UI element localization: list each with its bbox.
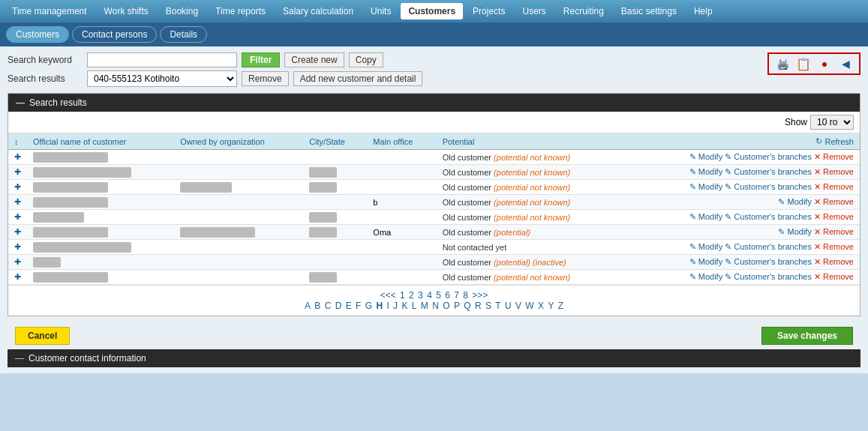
contact-collapse-icon[interactable]: —: [15, 353, 24, 364]
customers-branches-link[interactable]: ✎ Customer's branches: [725, 152, 812, 161]
letter-O[interactable]: O: [443, 301, 449, 311]
page-2[interactable]: 2: [409, 290, 414, 301]
customers-branches-link[interactable]: ✎ Customer's branches: [725, 212, 812, 221]
letter-N[interactable]: N: [432, 301, 439, 311]
remove-link[interactable]: ✕ Remove: [814, 197, 854, 206]
remove-link[interactable]: ✕ Remove: [814, 272, 854, 281]
letter-P[interactable]: P: [454, 301, 460, 311]
letter-H[interactable]: H: [376, 301, 383, 311]
col-refresh-header[interactable]: ↻ Refresh: [623, 133, 860, 150]
nav-item-customers[interactable]: Customers: [401, 3, 463, 19]
customers-branches-link[interactable]: ✎ Customer's branches: [725, 167, 812, 176]
letter-B[interactable]: B: [314, 301, 320, 311]
customers-branches-link[interactable]: ✎ Customer's branches: [725, 257, 812, 266]
nav-item-work-shifts[interactable]: Work shifts: [97, 3, 156, 19]
page-1[interactable]: 1: [400, 290, 405, 301]
save-changes-button[interactable]: Save changes: [761, 327, 853, 345]
letter-J[interactable]: J: [393, 301, 398, 311]
remove-link[interactable]: ✕ Remove: [814, 257, 854, 266]
letter-M[interactable]: M: [421, 301, 428, 311]
letter-L[interactable]: L: [412, 301, 417, 311]
row-expand-btn[interactable]: ✚: [14, 272, 21, 281]
create-new-button[interactable]: Create new: [284, 52, 344, 67]
col-expand-header[interactable]: ↕: [8, 133, 27, 150]
page-3[interactable]: 3: [418, 290, 423, 301]
add-customer-button[interactable]: Add new customer and detail: [293, 71, 423, 86]
nav-item-salary-calculation[interactable]: Salary calculation: [275, 3, 361, 19]
excel-icon[interactable]: 📋: [794, 56, 812, 71]
letter-W[interactable]: W: [525, 301, 533, 311]
search-keyword-input[interactable]: [87, 52, 237, 67]
search-results-select[interactable]: 040-555123 Kotihoito: [87, 70, 237, 87]
nav-item-time-management[interactable]: Time management: [5, 3, 95, 19]
letter-T[interactable]: T: [495, 301, 500, 311]
page-7[interactable]: 7: [454, 290, 459, 301]
modify-link[interactable]: ✎ Modify: [689, 152, 722, 161]
filter-button[interactable]: Filter: [242, 52, 280, 67]
modify-link[interactable]: ✎ Modify: [689, 212, 722, 221]
col-office-header[interactable]: Main office: [367, 133, 436, 150]
sub-nav-customers[interactable]: Customers: [6, 26, 69, 43]
col-city-header[interactable]: City/State: [303, 133, 367, 150]
letter-R[interactable]: R: [475, 301, 482, 311]
nav-item-booking[interactable]: Booking: [158, 3, 206, 19]
letter-X[interactable]: X: [538, 301, 544, 311]
letter-I[interactable]: I: [386, 301, 389, 311]
modify-link[interactable]: ✎ Modify: [689, 257, 722, 266]
letter-F[interactable]: F: [356, 301, 361, 311]
nav-item-projects[interactable]: Projects: [465, 3, 512, 19]
row-expand-btn[interactable]: ✚: [14, 152, 21, 161]
collapse-icon[interactable]: —: [16, 97, 25, 108]
letter-S[interactable]: S: [485, 301, 491, 311]
letter-K[interactable]: K: [401, 301, 407, 311]
nav-item-help[interactable]: Help: [686, 3, 720, 19]
nav-item-units[interactable]: Units: [363, 3, 398, 19]
page-5[interactable]: 5: [436, 290, 441, 301]
remove-link[interactable]: ✕ Remove: [814, 167, 854, 176]
letter-Q[interactable]: Q: [464, 301, 470, 311]
modify-link[interactable]: ✎ Modify: [689, 167, 722, 176]
row-expand-btn[interactable]: ✚: [14, 227, 21, 236]
sub-nav-contact-persons[interactable]: Contact persons: [72, 26, 157, 43]
letter-C[interactable]: C: [325, 301, 332, 311]
nav-item-recruiting[interactable]: Recruiting: [556, 3, 611, 19]
col-potential-header[interactable]: Potential: [437, 133, 624, 150]
sub-nav-details[interactable]: Details: [160, 26, 207, 43]
letter-A[interactable]: A: [305, 301, 311, 311]
modify-link[interactable]: ✎ Modify: [689, 242, 722, 251]
letter-V[interactable]: V: [515, 301, 521, 311]
letter-Z[interactable]: Z: [558, 301, 563, 311]
modify-link[interactable]: ✎ Modify: [689, 272, 722, 281]
remove-link[interactable]: ✕ Remove: [814, 152, 854, 161]
page-4[interactable]: 4: [427, 290, 432, 301]
remove-link[interactable]: ✕ Remove: [814, 242, 854, 251]
bird-icon[interactable]: ●: [815, 56, 833, 71]
customers-branches-link[interactable]: ✎ Customer's branches: [725, 182, 812, 191]
remove-link[interactable]: ✕ Remove: [814, 227, 854, 236]
letter-E[interactable]: E: [346, 301, 352, 311]
modify-link[interactable]: ✎ Modify: [778, 197, 811, 206]
modify-link[interactable]: ✎ Modify: [778, 227, 811, 236]
refresh-label[interactable]: Refresh: [824, 137, 854, 146]
row-expand-btn[interactable]: ✚: [14, 212, 21, 221]
show-rows-select[interactable]: 10 ro: [810, 115, 854, 130]
nav-item-basic-settings[interactable]: Basic settings: [614, 3, 684, 19]
letter-G[interactable]: G: [365, 301, 372, 311]
modify-link[interactable]: ✎ Modify: [689, 182, 722, 191]
letter-D[interactable]: D: [335, 301, 342, 311]
cancel-button[interactable]: Cancel: [15, 327, 70, 345]
letter-U[interactable]: U: [505, 301, 512, 311]
printer-icon[interactable]: 🖨️: [773, 56, 791, 71]
nav-item-time-reports[interactable]: Time reports: [208, 3, 273, 19]
row-expand-btn[interactable]: ✚: [14, 182, 21, 191]
remove-button[interactable]: Remove: [242, 71, 289, 86]
customers-branches-link[interactable]: ✎ Customer's branches: [725, 242, 812, 251]
row-expand-btn[interactable]: ✚: [14, 242, 21, 251]
page-6[interactable]: 6: [445, 290, 450, 301]
page-next3[interactable]: >>>: [472, 290, 488, 301]
row-expand-btn[interactable]: ✚: [14, 197, 21, 206]
row-expand-btn[interactable]: ✚: [14, 257, 21, 266]
page-prev3[interactable]: <<<: [380, 290, 396, 301]
col-name-header[interactable]: Official name of customer: [27, 133, 174, 150]
nav-item-users[interactable]: Users: [515, 3, 553, 19]
